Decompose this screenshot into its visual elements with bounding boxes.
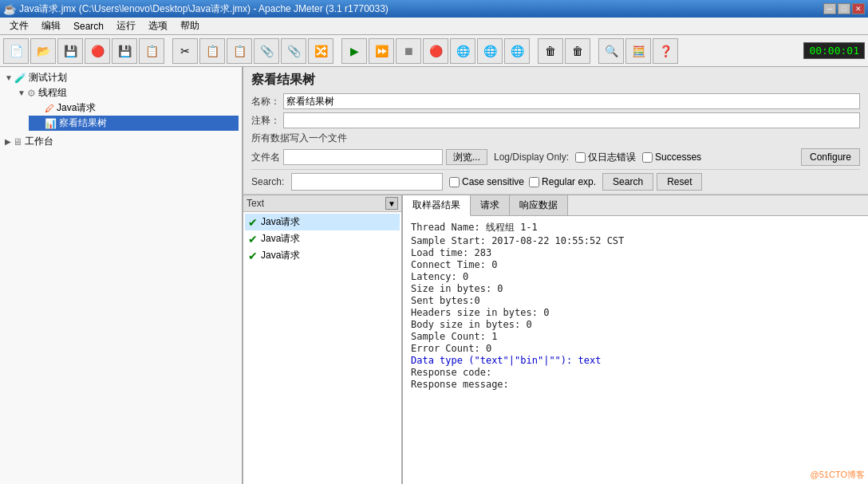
name-label: 名称： bbox=[251, 95, 280, 108]
menu-edit[interactable]: 编辑 bbox=[35, 18, 67, 34]
restore-button[interactable]: □ bbox=[838, 3, 850, 14]
menu-options[interactable]: 选项 bbox=[142, 18, 174, 34]
name-row: 名称： bbox=[251, 93, 860, 109]
successes-checkbox[interactable] bbox=[642, 152, 653, 163]
menu-run[interactable]: 运行 bbox=[110, 18, 142, 34]
toolbar-remote-exit[interactable]: 🌐 bbox=[504, 38, 530, 64]
toolbar-save[interactable]: 💾 bbox=[57, 38, 83, 64]
configure-button[interactable]: Configure bbox=[801, 148, 860, 166]
detail-line-2: Load time: 283 bbox=[411, 247, 860, 258]
tab-sampler-results[interactable]: 取样器结果 bbox=[403, 195, 471, 216]
toolbar-remote-stop[interactable]: 🌐 bbox=[477, 38, 503, 64]
panel-header: 察看结果树 名称： 注释： 所有数据写入一个文件 文件名 浏览... Log/D… bbox=[243, 67, 868, 195]
regular-exp-checkbox[interactable] bbox=[529, 177, 539, 187]
toolbar-paste[interactable]: 📋 bbox=[227, 38, 252, 64]
toolbar: 📄 📂 💾 🔴 💾 📋 ✂ 📋 📋 📎 📎 🔀 ▶ ⏩ ⏹ 🔴 🌐 🌐 🌐 🗑 … bbox=[0, 35, 868, 67]
toolbar-clear[interactable]: 🗑 bbox=[538, 38, 563, 64]
tree-panel: ▼ 🧪 测试计划 ▼ ⚙ 线程组 🖊 Java请求 📊 察看结果树 ▶ 🖥 工作… bbox=[0, 67, 243, 484]
toolbar-function[interactable]: 🧮 bbox=[625, 38, 651, 64]
toolbar-open[interactable]: 📂 bbox=[30, 38, 56, 64]
tree-item-java[interactable]: 🖊 Java请求 bbox=[29, 100, 239, 116]
name-input[interactable] bbox=[283, 93, 860, 109]
toolbar-clear-all[interactable]: 🗑 bbox=[565, 38, 590, 64]
case-sensitive-wrap: Case sensitive bbox=[449, 176, 524, 187]
browse-button[interactable]: 浏览... bbox=[446, 149, 487, 165]
detail-line-1: Sample Start: 2017-08-22 10:55:52 CST bbox=[411, 235, 860, 246]
toolbar-saveas[interactable]: 💾 bbox=[112, 38, 137, 64]
regular-exp-label: Regular exp. bbox=[542, 176, 596, 187]
results-list-header: Text ▼ bbox=[243, 195, 401, 212]
comment-label: 注释： bbox=[251, 114, 280, 128]
tabs-bar: 取样器结果 请求 响应数据 bbox=[403, 195, 868, 216]
watermark: @51CTO博客 bbox=[811, 469, 865, 481]
toolbar-copy[interactable]: 📋 bbox=[199, 38, 225, 64]
toolbar-collapse[interactable]: 📎 bbox=[281, 38, 306, 64]
successes-wrap: Successes bbox=[642, 151, 701, 163]
toolbar-templates[interactable]: 📋 bbox=[139, 38, 164, 64]
expand-icon: ▼ bbox=[5, 73, 13, 82]
detail-line-9: Sample Count: 1 bbox=[411, 331, 860, 342]
main-area: ▼ 🧪 测试计划 ▼ ⚙ 线程组 🖊 Java请求 📊 察看结果树 ▶ 🖥 工作… bbox=[0, 67, 868, 484]
detail-panel: 取样器结果 请求 响应数据 Thread Name: 线程组 1-1 Sampl… bbox=[403, 195, 868, 484]
search-button[interactable]: Search bbox=[602, 173, 653, 191]
detail-content: Thread Name: 线程组 1-1 Sample Start: 2017-… bbox=[403, 216, 868, 484]
result-item-2[interactable]: ✔ Java请求 bbox=[245, 247, 400, 264]
toolbar-toggle[interactable]: 🔀 bbox=[308, 38, 333, 64]
toolbar-start-no-pause[interactable]: ⏩ bbox=[369, 38, 394, 64]
expand-icon: ▶ bbox=[5, 137, 11, 146]
toolbar-start[interactable]: ▶ bbox=[341, 38, 367, 64]
tree-item-view[interactable]: 📊 察看结果树 bbox=[29, 116, 239, 131]
window-controls[interactable]: ─ □ ✕ bbox=[823, 3, 865, 14]
tab-response-data[interactable]: 响应数据 bbox=[510, 195, 568, 215]
search-row: Search: Case sensitive Regular exp. Sear… bbox=[251, 169, 860, 191]
minimize-button[interactable]: ─ bbox=[823, 3, 836, 14]
toolbar-remote-start[interactable]: 🌐 bbox=[450, 38, 475, 64]
result-item-label-1: Java请求 bbox=[261, 232, 300, 246]
detail-line-10: Error Count: 0 bbox=[411, 343, 860, 354]
toolbar-shutdown[interactable]: 🔴 bbox=[423, 38, 448, 64]
file-row: 文件名 浏览... Log/Display Only: 仅日志错误 Succes… bbox=[251, 148, 860, 166]
log-errors-wrap: 仅日志错误 bbox=[575, 151, 636, 164]
result-status-icon-2: ✔ bbox=[248, 250, 258, 262]
successes-label: Successes bbox=[655, 151, 701, 163]
panel-title: 察看结果树 bbox=[251, 72, 860, 89]
log-errors-label: 仅日志错误 bbox=[588, 151, 636, 164]
detail-line-8: Body size in bytes: 0 bbox=[411, 319, 860, 330]
search-options: Case sensitive Regular exp. bbox=[449, 176, 596, 187]
toolbar-revert[interactable]: 🔴 bbox=[85, 38, 110, 64]
toolbar-cut[interactable]: ✂ bbox=[172, 38, 198, 64]
menu-help[interactable]: 帮助 bbox=[174, 18, 206, 34]
view-icon: 📊 bbox=[45, 118, 57, 129]
log-errors-checkbox[interactable] bbox=[575, 152, 586, 163]
results-items: ✔ Java请求 ✔ Java请求 ✔ Java请求 bbox=[243, 212, 401, 484]
result-status-icon-1: ✔ bbox=[248, 233, 258, 246]
file-input[interactable] bbox=[283, 149, 443, 165]
search-input[interactable] bbox=[291, 173, 443, 191]
close-button[interactable]: ✕ bbox=[852, 3, 865, 14]
toolbar-search[interactable]: 🔍 bbox=[598, 38, 624, 64]
menu-search[interactable]: Search bbox=[67, 19, 110, 33]
results-dropdown-button[interactable]: ▼ bbox=[385, 197, 398, 210]
thread-icon: ⚙ bbox=[27, 88, 36, 99]
results-header-text: Text bbox=[247, 198, 264, 209]
result-item-0[interactable]: ✔ Java请求 bbox=[245, 214, 400, 230]
toolbar-new[interactable]: 📄 bbox=[3, 38, 29, 64]
search-label: Search: bbox=[251, 176, 291, 187]
tree-item-workbench[interactable]: ▶ 🖥 工作台 bbox=[3, 134, 239, 149]
content-panel: 察看结果树 名称： 注释： 所有数据写入一个文件 文件名 浏览... Log/D… bbox=[243, 67, 868, 484]
tab-request[interactable]: 请求 bbox=[471, 195, 510, 215]
case-sensitive-checkbox[interactable] bbox=[449, 177, 460, 187]
comment-input[interactable] bbox=[283, 112, 860, 128]
toolbar-stop[interactable]: ⏹ bbox=[396, 38, 421, 64]
reset-button[interactable]: Reset bbox=[657, 173, 702, 191]
menu-file[interactable]: 文件 bbox=[3, 18, 35, 34]
title-bar-text: ☕ Java请求.jmx (C:\Users\lenovo\Desktop\Ja… bbox=[3, 2, 389, 16]
toolbar-expand[interactable]: 📎 bbox=[254, 38, 279, 64]
toolbar-help[interactable]: ❓ bbox=[653, 38, 678, 64]
title-bar: ☕ Java请求.jmx (C:\Users\lenovo\Desktop\Ja… bbox=[0, 0, 868, 18]
result-item-1[interactable]: ✔ Java请求 bbox=[245, 230, 400, 247]
tree-item-plan[interactable]: ▼ 🧪 测试计划 bbox=[3, 70, 239, 85]
tree-item-thread[interactable]: ▼ ⚙ 线程组 bbox=[16, 85, 239, 100]
log-display-label: Log/Display Only: bbox=[494, 151, 569, 163]
plan-icon: 🧪 bbox=[14, 73, 26, 84]
